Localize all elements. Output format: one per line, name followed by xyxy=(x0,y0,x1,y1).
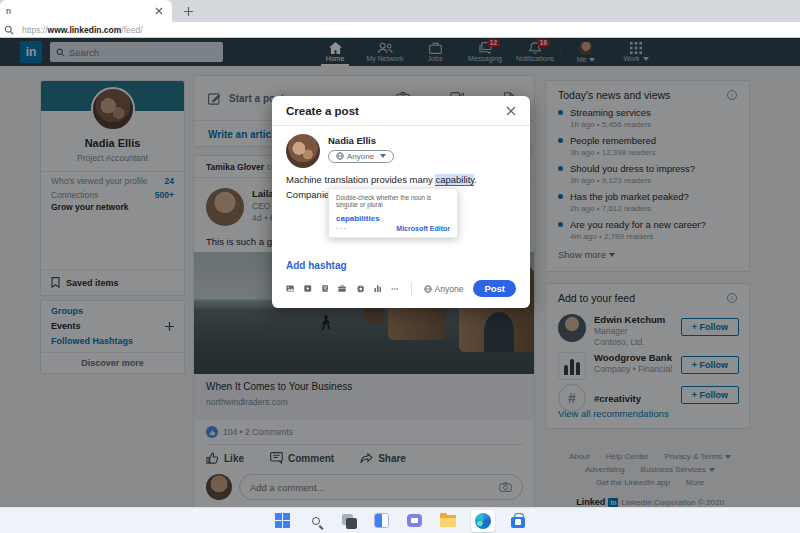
file-explorer-icon[interactable] xyxy=(438,511,458,531)
start-button[interactable] xyxy=(273,511,293,531)
poll-icon[interactable] xyxy=(374,283,381,294)
url-text: https://www.linkedin.com/feed/ xyxy=(22,25,143,35)
video-icon[interactable] xyxy=(304,283,311,294)
task-view-icon[interactable] xyxy=(339,511,359,531)
widgets-icon[interactable] xyxy=(372,511,392,531)
document-icon[interactable] xyxy=(322,283,329,294)
taskbar-search-icon[interactable] xyxy=(306,511,326,531)
divider xyxy=(411,282,412,296)
create-post-modal: Create a post Nadia Ellis Anyone Machi xyxy=(272,96,530,308)
search-icon xyxy=(4,25,14,35)
modal-author-name: Nadia Ellis xyxy=(328,135,394,146)
tab-title: n xyxy=(6,6,152,16)
tooltip-hint: Double-check whether the noun is singula… xyxy=(336,194,450,208)
more-icon[interactable] xyxy=(391,287,398,291)
editor-tooltip: Double-check whether the noun is singula… xyxy=(328,188,458,238)
image-icon[interactable] xyxy=(286,283,294,294)
new-tab-icon[interactable] xyxy=(180,3,196,19)
post-button[interactable]: Post xyxy=(473,280,516,297)
add-hashtag-link[interactable]: Add hashtag xyxy=(286,260,347,271)
audience-indicator[interactable]: Anyone xyxy=(424,284,464,294)
job-icon[interactable] xyxy=(338,283,346,294)
browser-tab[interactable]: n xyxy=(0,0,172,22)
tab-close-icon[interactable] xyxy=(152,4,166,18)
chevron-down-icon xyxy=(380,154,386,158)
page-viewport: in Home My Network Jobs 1 xyxy=(0,38,800,533)
more-options-icon[interactable]: ··· xyxy=(336,224,347,233)
windows-taskbar xyxy=(0,507,800,533)
tooltip-suggestion[interactable]: capabilities xyxy=(336,214,450,223)
edge-icon[interactable] xyxy=(471,510,495,532)
celebrate-icon[interactable] xyxy=(357,283,364,295)
chat-icon[interactable] xyxy=(405,511,425,531)
close-icon[interactable] xyxy=(506,106,516,116)
browser-tabstrip: n xyxy=(0,0,800,22)
microsoft-editor-link[interactable]: Microsoft Editor xyxy=(396,225,450,232)
modal-title: Create a post xyxy=(286,105,359,117)
globe-icon xyxy=(424,285,432,293)
grammar-flagged-word[interactable]: capability xyxy=(435,174,474,186)
address-bar[interactable]: https://www.linkedin.com/feed/ xyxy=(0,22,800,38)
audience-selector[interactable]: Anyone xyxy=(328,150,394,163)
globe-icon xyxy=(336,152,344,160)
modal-author-avatar xyxy=(286,134,320,168)
store-icon[interactable] xyxy=(508,511,528,531)
screen: n https://www.linkedin.com/feed/ in Home xyxy=(0,0,800,533)
